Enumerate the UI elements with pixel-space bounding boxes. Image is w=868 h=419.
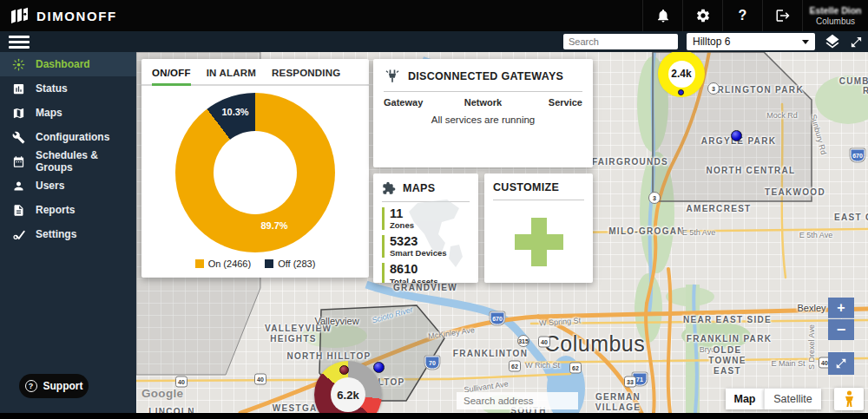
global-search xyxy=(563,34,678,49)
chevron-down-icon xyxy=(802,40,809,44)
google-watermark: Google xyxy=(141,387,183,400)
sidebar-item-maps[interactable]: Maps xyxy=(0,101,136,125)
brand-name: DIMONOFF xyxy=(36,9,117,23)
stat-value: 5323 xyxy=(390,235,470,248)
gear-icon xyxy=(695,8,711,23)
disconnected-plug-icon xyxy=(384,68,401,85)
tab-on-off[interactable]: ON/OFF xyxy=(152,68,191,86)
fullscreen-icon xyxy=(850,36,863,49)
device-pin-blue[interactable] xyxy=(731,130,742,141)
column-gateway: Gateway xyxy=(384,97,446,108)
card-title: DISCONNECTED GATEWAYS xyxy=(408,70,563,82)
layers-icon xyxy=(824,33,841,50)
gateways-empty-message: All services are running xyxy=(384,115,582,125)
legend-swatch-on xyxy=(195,259,204,268)
card-header: MAPS xyxy=(382,181,470,195)
top-bar: DIMONOFF ? Estelle Dion Columbus xyxy=(0,0,868,31)
map-type-satellite-button[interactable]: Satellite xyxy=(764,389,821,409)
map-icon xyxy=(12,107,25,120)
pegman-icon xyxy=(844,390,855,408)
sidebar-item-label: Maps xyxy=(36,107,62,119)
device-pin-blue[interactable] xyxy=(373,362,385,373)
stat-value: 11 xyxy=(390,207,470,220)
map-toolbar: Hilltop 6 xyxy=(563,31,863,52)
map-type-map-button[interactable]: Map xyxy=(726,389,764,409)
legend-item-off: Off (283) xyxy=(265,259,315,269)
zoom-out-button[interactable]: − xyxy=(828,319,854,340)
legend-swatch-off xyxy=(265,259,273,268)
calendar-icon xyxy=(12,155,25,168)
donut-hole xyxy=(214,131,297,214)
hamburger-icon xyxy=(9,36,30,38)
tools-icon xyxy=(12,131,25,144)
card-header: CUSTOMIZE xyxy=(493,181,584,193)
legend-item-on: On (2466) xyxy=(195,259,252,269)
sidebar-item-users[interactable]: Users xyxy=(0,173,136,198)
settings-button[interactable] xyxy=(682,0,722,31)
stat-smart-devices: 5323 Smart Devices xyxy=(382,235,470,258)
on-off-donut-chart: 10.3% 89.7% xyxy=(175,93,335,252)
add-widget-button[interactable] xyxy=(493,206,584,278)
off-percent-label: 10.3% xyxy=(221,107,248,117)
sidebar-item-configurations[interactable]: Configurations xyxy=(0,125,136,149)
stat-total-assets: 8610 Total Assets xyxy=(382,263,470,283)
stat-label: Total Assets xyxy=(390,277,470,283)
sidebar-item-status[interactable]: Status xyxy=(0,76,136,101)
notifications-button[interactable] xyxy=(642,0,682,31)
card-header: DISCONNECTED GATEWAYS xyxy=(384,68,582,85)
fullscreen-button[interactable] xyxy=(850,36,863,49)
sidebar-item-schedules-groups[interactable]: Schedules & Groups xyxy=(0,149,136,173)
card-title: CUSTOMIZE xyxy=(493,181,559,193)
zone-select[interactable]: Hilltop 6 xyxy=(687,33,815,50)
legend-label: On (2466) xyxy=(208,259,252,269)
legend-label: Off (283) xyxy=(278,259,315,269)
sidebar-item-label: Settings xyxy=(36,228,76,240)
question-circle-icon: ? xyxy=(25,380,37,392)
map-expand-button[interactable] xyxy=(828,352,854,375)
support-label: Support xyxy=(43,380,83,392)
maps-summary-card: MAPS 11 Zones 5323 Smart Devices 8610 To… xyxy=(373,173,478,283)
divider xyxy=(493,200,584,200)
help-button[interactable]: ? xyxy=(722,0,762,31)
dimonoff-logo-icon xyxy=(10,7,30,24)
diagonal-arrows-icon xyxy=(835,357,847,370)
dashboard-icon xyxy=(12,58,25,71)
tab-responding[interactable]: RESPONDING xyxy=(272,68,340,84)
user-name: Estelle Dion xyxy=(809,5,861,16)
sidebar-toggle-button[interactable] xyxy=(9,36,30,49)
sidebar-item-label: Users xyxy=(36,180,64,192)
support-button[interactable]: ? Support xyxy=(19,374,89,398)
address-search-input[interactable] xyxy=(457,392,578,409)
sidebar-item-dashboard[interactable]: Dashboard xyxy=(0,52,136,76)
puzzle-icon xyxy=(382,181,396,195)
on-percent-label: 89.7% xyxy=(260,220,287,231)
street-view-pegman-button[interactable] xyxy=(834,388,864,410)
sidebar-item-label: Status xyxy=(36,82,68,95)
help-icon: ? xyxy=(739,8,747,23)
sidebar-nav: Dashboard Status Maps Configurations Sch… xyxy=(0,52,136,413)
column-service: Service xyxy=(520,97,582,108)
sidebar-item-settings[interactable]: Settings xyxy=(0,222,136,246)
logout-icon xyxy=(775,8,791,23)
disconnected-gateways-card: DISCONNECTED GATEWAYS Gateway Network Se… xyxy=(373,59,593,167)
logout-button[interactable] xyxy=(762,0,802,31)
tab-in-alarm[interactable]: IN ALARM xyxy=(207,68,256,84)
chart-legend: On (2466) Off (283) xyxy=(141,259,369,269)
sidebar-item-label: Configurations xyxy=(36,131,109,143)
stat-label: Smart Devices xyxy=(390,248,470,258)
layers-button[interactable] xyxy=(824,33,841,50)
sub-bar: Hilltop 6 xyxy=(0,31,868,52)
sidebar-item-label: Reports xyxy=(36,204,75,216)
dimonoff-dashboard: DIMONOFF ? Estelle Dion Columbus xyxy=(0,0,868,419)
sidebar-item-reports[interactable]: Reports xyxy=(0,198,136,222)
status-tabs: ON/OFF IN ALARM RESPONDING xyxy=(141,59,369,86)
search-input[interactable] xyxy=(563,34,697,49)
device-pin-dot[interactable] xyxy=(678,89,684,95)
zone-select-value: Hilltop 6 xyxy=(693,36,730,48)
zoom-in-button[interactable]: + xyxy=(828,298,854,318)
cluster-count: 6.2k xyxy=(331,377,365,412)
device-pin-maroon[interactable] xyxy=(339,365,349,375)
cluster-count: 2.4k xyxy=(668,61,695,88)
user-menu[interactable]: Estelle Dion Columbus xyxy=(802,0,868,31)
bar-chart-icon xyxy=(12,82,25,95)
